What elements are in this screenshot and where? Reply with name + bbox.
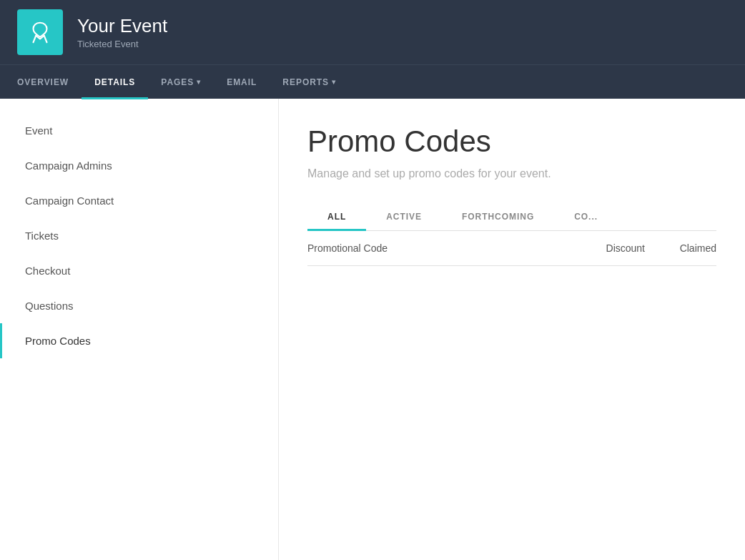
sidebar-item-checkout[interactable]: Checkout [0,253,278,288]
sidebar-item-promo-codes[interactable]: Promo Codes [0,323,278,358]
sidebar: Event Campaign Admins Campaign Contact T… [0,99,279,560]
page-title: Promo Codes [307,124,716,159]
nav-email[interactable]: EMAIL [214,65,270,99]
main-nav: OVERVIEW DETAILS PAGES ▾ EMAIL REPORTS ▾ [0,64,745,99]
app-header: Your Event Ticketed Event [0,0,745,64]
col-header-discount: Discount [573,242,645,254]
pages-chevron-icon: ▾ [197,78,201,86]
promo-tabs: ALL ACTIVE FORTHCOMING CO... [307,203,716,231]
sidebar-item-campaign-admins[interactable]: Campaign Admins [0,148,278,183]
event-subtitle: Ticketed Event [77,39,167,49]
event-logo [17,9,63,55]
nav-reports[interactable]: REPORTS ▾ [270,65,349,99]
promo-table: Promotional Code Discount Claimed [307,231,716,266]
col-header-promotional-code: Promotional Code [307,242,573,254]
content-wrapper: Event Campaign Admins Campaign Contact T… [0,99,745,560]
sidebar-item-tickets[interactable]: Tickets [0,218,278,253]
nav-pages[interactable]: PAGES ▾ [148,65,214,99]
tab-forthcoming[interactable]: FORTHCOMING [442,203,554,230]
nav-overview[interactable]: OVERVIEW [17,65,82,99]
header-text: Your Event Ticketed Event [77,15,167,49]
tab-active[interactable]: ACTIVE [366,203,442,230]
sidebar-item-campaign-contact[interactable]: Campaign Contact [0,183,278,218]
sidebar-item-questions[interactable]: Questions [0,288,278,323]
tab-completed[interactable]: CO... [554,203,618,230]
sidebar-item-event[interactable]: Event [0,113,278,148]
ribbon-icon [26,19,54,46]
reports-chevron-icon: ▾ [332,78,336,86]
col-header-claimed: Claimed [645,242,716,254]
main-content: Promo Codes Manage and set up promo code… [279,99,745,560]
event-title: Your Event [77,15,167,37]
tab-all[interactable]: ALL [307,203,366,230]
table-header-row: Promotional Code Discount Claimed [307,231,716,266]
page-subtitle: Manage and set up promo codes for your e… [307,167,716,180]
nav-details[interactable]: DETAILS [82,65,148,99]
